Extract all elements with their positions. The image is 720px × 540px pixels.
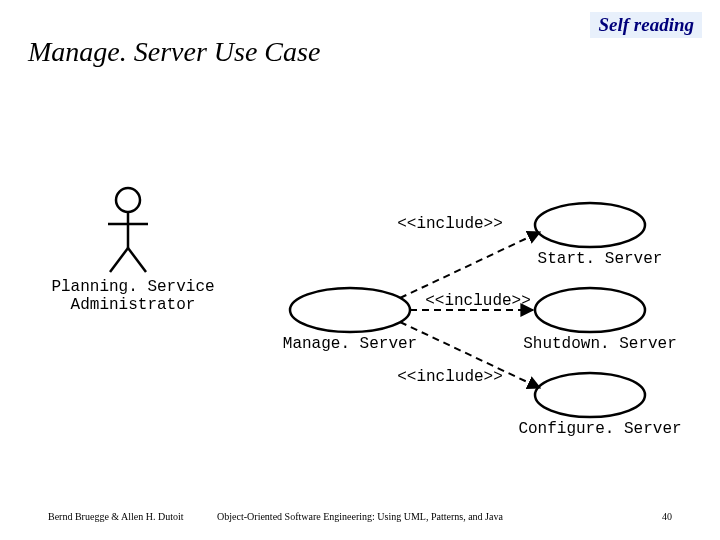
usecase-start-ellipse <box>535 203 645 247</box>
actor-name-line2: Administrator <box>48 296 218 314</box>
include-label-1: <<include>> <box>380 215 520 233</box>
svg-line-3 <box>110 248 128 272</box>
usecase-shutdown-label: Shutdown. Server <box>510 335 690 353</box>
usecase-configure-ellipse <box>535 373 645 417</box>
uml-diagram <box>0 0 720 540</box>
include-label-2: <<include>> <box>408 292 548 310</box>
svg-line-4 <box>128 248 146 272</box>
include-label-3: <<include>> <box>380 368 520 386</box>
actor-name-line1: Planning. Service <box>48 278 218 296</box>
footer-page-number: 40 <box>662 511 672 522</box>
usecase-manage-ellipse <box>290 288 410 332</box>
footer-book-title: Object-Oriented Software Engineering: Us… <box>217 511 503 522</box>
svg-point-0 <box>116 188 140 212</box>
usecase-manage-label: Manage. Server <box>260 335 440 353</box>
usecase-shutdown-ellipse <box>535 288 645 332</box>
actor-icon <box>108 188 148 272</box>
usecase-start-label: Start. Server <box>510 250 690 268</box>
footer-authors: Bernd Bruegge & Allen H. Dutoit <box>48 511 184 522</box>
usecase-configure-label: Configure. Server <box>510 420 690 438</box>
